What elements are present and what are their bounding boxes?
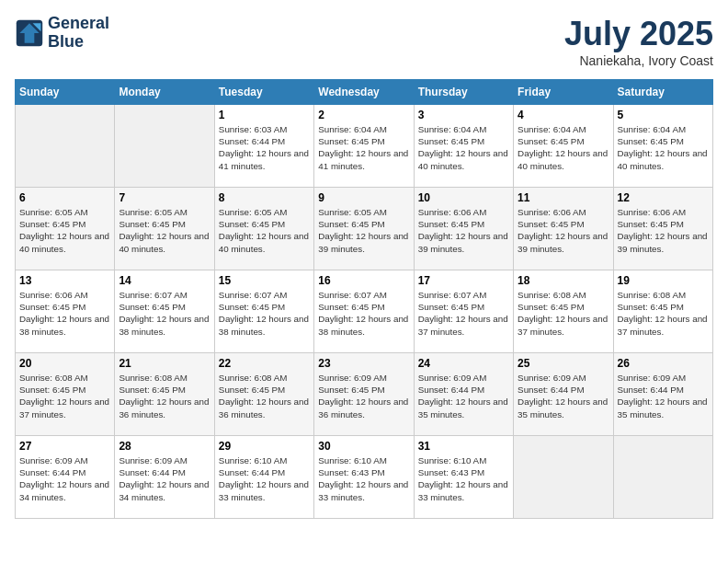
- day-info: Sunrise: 6:10 AM Sunset: 6:44 PM Dayligh…: [219, 454, 310, 503]
- weekday-header: Friday: [514, 80, 613, 105]
- weekday-header: Tuesday: [214, 80, 313, 105]
- day-number: 8: [219, 191, 310, 204]
- day-number: 10: [418, 191, 509, 204]
- location-subtitle: Naniekaha, Ivory Coast: [564, 53, 713, 68]
- day-number: 15: [219, 274, 310, 287]
- day-number: 17: [418, 274, 509, 287]
- day-info: Sunrise: 6:09 AM Sunset: 6:44 PM Dayligh…: [518, 372, 609, 420]
- weekday-header: Sunday: [16, 80, 115, 105]
- day-info: Sunrise: 6:08 AM Sunset: 6:45 PM Dayligh…: [219, 372, 310, 420]
- calendar-cell: 5Sunrise: 6:04 AM Sunset: 6:45 PM Daylig…: [613, 105, 712, 188]
- calendar-cell: 7Sunrise: 6:05 AM Sunset: 6:45 PM Daylig…: [115, 188, 214, 270]
- day-number: 2: [318, 109, 409, 121]
- calendar-cell: 10Sunrise: 6:06 AM Sunset: 6:45 PM Dayli…: [414, 188, 513, 270]
- day-info: Sunrise: 6:10 AM Sunset: 6:43 PM Dayligh…: [318, 454, 409, 503]
- calendar-week-row: 27Sunrise: 6:09 AM Sunset: 6:44 PM Dayli…: [16, 436, 713, 519]
- calendar-cell: 8Sunrise: 6:05 AM Sunset: 6:45 PM Daylig…: [214, 188, 313, 270]
- weekday-header: Thursday: [414, 80, 513, 105]
- day-number: 22: [219, 357, 310, 370]
- calendar-cell: 12Sunrise: 6:06 AM Sunset: 6:45 PM Dayli…: [613, 188, 712, 270]
- calendar-week-row: 6Sunrise: 6:05 AM Sunset: 6:45 PM Daylig…: [16, 188, 713, 270]
- calendar-cell: 9Sunrise: 6:05 AM Sunset: 6:45 PM Daylig…: [314, 188, 414, 270]
- day-number: 20: [19, 357, 110, 370]
- day-number: 12: [618, 191, 709, 204]
- day-info: Sunrise: 6:05 AM Sunset: 6:45 PM Dayligh…: [19, 206, 110, 255]
- day-info: Sunrise: 6:08 AM Sunset: 6:45 PM Dayligh…: [618, 289, 709, 338]
- day-info: Sunrise: 6:05 AM Sunset: 6:45 PM Dayligh…: [318, 206, 409, 255]
- day-number: 19: [618, 274, 709, 287]
- day-info: Sunrise: 6:04 AM Sunset: 6:45 PM Dayligh…: [418, 123, 509, 172]
- day-info: Sunrise: 6:07 AM Sunset: 6:45 PM Dayligh…: [119, 289, 210, 338]
- day-number: 21: [119, 357, 210, 370]
- calendar-cell: 28Sunrise: 6:09 AM Sunset: 6:44 PM Dayli…: [115, 436, 214, 519]
- page-header: General Blue July 2025 Naniekaha, Ivory …: [15, 15, 713, 68]
- calendar-cell: 3Sunrise: 6:04 AM Sunset: 6:45 PM Daylig…: [414, 105, 513, 188]
- day-number: 31: [418, 440, 509, 453]
- day-info: Sunrise: 6:07 AM Sunset: 6:45 PM Dayligh…: [318, 289, 409, 338]
- calendar-cell: 24Sunrise: 6:09 AM Sunset: 6:44 PM Dayli…: [414, 353, 513, 436]
- day-number: 18: [518, 274, 609, 287]
- day-info: Sunrise: 6:05 AM Sunset: 6:45 PM Dayligh…: [219, 206, 310, 255]
- calendar-week-row: 20Sunrise: 6:08 AM Sunset: 6:45 PM Dayli…: [16, 353, 713, 436]
- weekday-header: Saturday: [613, 80, 712, 105]
- calendar-cell: 26Sunrise: 6:09 AM Sunset: 6:44 PM Dayli…: [613, 353, 712, 436]
- day-number: 7: [119, 191, 210, 204]
- calendar-cell: 25Sunrise: 6:09 AM Sunset: 6:44 PM Dayli…: [514, 353, 613, 436]
- day-info: Sunrise: 6:09 AM Sunset: 6:44 PM Dayligh…: [618, 372, 709, 420]
- day-number: 25: [518, 357, 609, 370]
- title-block: July 2025 Naniekaha, Ivory Coast: [564, 15, 713, 68]
- calendar-cell: [16, 105, 115, 188]
- calendar-cell: 6Sunrise: 6:05 AM Sunset: 6:45 PM Daylig…: [16, 188, 115, 270]
- calendar-cell: 11Sunrise: 6:06 AM Sunset: 6:45 PM Dayli…: [514, 188, 613, 270]
- calendar-cell: 29Sunrise: 6:10 AM Sunset: 6:44 PM Dayli…: [214, 436, 313, 519]
- calendar-cell: 16Sunrise: 6:07 AM Sunset: 6:45 PM Dayli…: [314, 270, 414, 353]
- calendar-cell: 1Sunrise: 6:03 AM Sunset: 6:44 PM Daylig…: [214, 105, 313, 188]
- day-info: Sunrise: 6:06 AM Sunset: 6:45 PM Dayligh…: [418, 206, 509, 255]
- day-info: Sunrise: 6:06 AM Sunset: 6:45 PM Dayligh…: [518, 206, 609, 255]
- day-info: Sunrise: 6:08 AM Sunset: 6:45 PM Dayligh…: [518, 289, 609, 338]
- day-info: Sunrise: 6:04 AM Sunset: 6:45 PM Dayligh…: [518, 123, 609, 172]
- day-number: 30: [318, 440, 409, 453]
- day-info: Sunrise: 6:08 AM Sunset: 6:45 PM Dayligh…: [19, 372, 110, 420]
- weekday-header: Monday: [115, 80, 214, 105]
- day-number: 16: [318, 274, 409, 287]
- calendar-cell: 19Sunrise: 6:08 AM Sunset: 6:45 PM Dayli…: [613, 270, 712, 353]
- calendar-cell: 17Sunrise: 6:07 AM Sunset: 6:45 PM Dayli…: [414, 270, 513, 353]
- day-number: 4: [518, 109, 609, 121]
- day-number: 9: [318, 191, 409, 204]
- calendar-cell: 15Sunrise: 6:07 AM Sunset: 6:45 PM Dayli…: [214, 270, 313, 353]
- day-info: Sunrise: 6:05 AM Sunset: 6:45 PM Dayligh…: [119, 206, 210, 255]
- day-number: 1: [219, 109, 310, 121]
- day-number: 27: [19, 440, 110, 453]
- day-info: Sunrise: 6:07 AM Sunset: 6:45 PM Dayligh…: [418, 289, 509, 338]
- calendar-cell: 2Sunrise: 6:04 AM Sunset: 6:45 PM Daylig…: [314, 105, 414, 188]
- calendar-cell: 4Sunrise: 6:04 AM Sunset: 6:45 PM Daylig…: [514, 105, 613, 188]
- calendar-cell: 23Sunrise: 6:09 AM Sunset: 6:45 PM Dayli…: [314, 353, 414, 436]
- logo-icon: [15, 18, 44, 48]
- day-info: Sunrise: 6:10 AM Sunset: 6:43 PM Dayligh…: [418, 454, 509, 503]
- calendar-cell: 21Sunrise: 6:08 AM Sunset: 6:45 PM Dayli…: [115, 353, 214, 436]
- calendar-cell: 14Sunrise: 6:07 AM Sunset: 6:45 PM Dayli…: [115, 270, 214, 353]
- day-number: 14: [119, 274, 210, 287]
- day-info: Sunrise: 6:03 AM Sunset: 6:44 PM Dayligh…: [219, 123, 310, 172]
- calendar-cell: 31Sunrise: 6:10 AM Sunset: 6:43 PM Dayli…: [414, 436, 513, 519]
- day-number: 3: [418, 109, 509, 121]
- day-number: 11: [518, 191, 609, 204]
- calendar-cell: [514, 436, 613, 519]
- calendar-cell: 30Sunrise: 6:10 AM Sunset: 6:43 PM Dayli…: [314, 436, 414, 519]
- weekday-header-row: SundayMondayTuesdayWednesdayThursdayFrid…: [16, 80, 713, 105]
- calendar-week-row: 1Sunrise: 6:03 AM Sunset: 6:44 PM Daylig…: [16, 105, 713, 188]
- day-info: Sunrise: 6:09 AM Sunset: 6:45 PM Dayligh…: [318, 372, 409, 420]
- day-info: Sunrise: 6:08 AM Sunset: 6:45 PM Dayligh…: [119, 372, 210, 420]
- calendar-cell: 18Sunrise: 6:08 AM Sunset: 6:45 PM Dayli…: [514, 270, 613, 353]
- calendar-cell: 13Sunrise: 6:06 AM Sunset: 6:45 PM Dayli…: [16, 270, 115, 353]
- day-number: 29: [219, 440, 310, 453]
- day-info: Sunrise: 6:09 AM Sunset: 6:44 PM Dayligh…: [119, 454, 210, 503]
- day-number: 23: [318, 357, 409, 370]
- calendar-cell: [613, 436, 712, 519]
- weekday-header: Wednesday: [314, 80, 414, 105]
- day-info: Sunrise: 6:06 AM Sunset: 6:45 PM Dayligh…: [19, 289, 110, 338]
- day-info: Sunrise: 6:04 AM Sunset: 6:45 PM Dayligh…: [318, 123, 409, 172]
- day-number: 5: [618, 109, 709, 121]
- day-number: 26: [618, 357, 709, 370]
